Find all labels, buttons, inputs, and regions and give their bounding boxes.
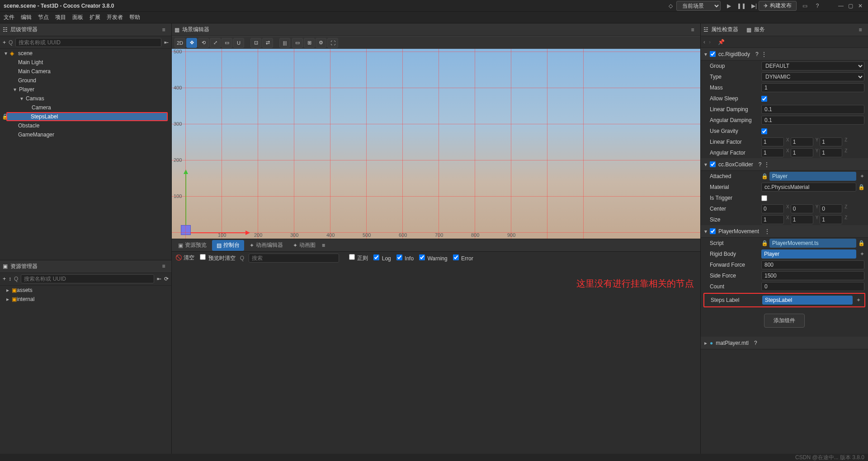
rigidbody-enabled[interactable] (710, 51, 716, 57)
lfz[interactable] (820, 137, 842, 146)
collapse-icon[interactable]: ⇤ (157, 276, 161, 282)
internal-folder[interactable]: ▸▣ internal (0, 295, 171, 304)
tree-main-camera[interactable]: Main Camera (0, 67, 171, 76)
tree-main-light[interactable]: Main Light (0, 58, 171, 67)
sz[interactable] (820, 215, 842, 224)
help-icon[interactable]: ? (759, 161, 762, 168)
menu-extension[interactable]: 扩展 (90, 14, 100, 21)
trigger-checkbox[interactable] (761, 195, 767, 201)
error-checkbox[interactable]: Error (452, 254, 473, 262)
group-select[interactable]: DEFAULT (761, 61, 864, 71)
type-select[interactable]: DYNAMIC (761, 72, 864, 81)
script-ref[interactable]: PlayerMovement.ts (769, 239, 856, 248)
info-checkbox[interactable]: Info (396, 254, 414, 262)
back-icon[interactable]: ‹ (703, 39, 705, 45)
console-search-input[interactable] (249, 254, 339, 263)
more-icon[interactable]: ⋮ (764, 161, 769, 168)
tree-obstacle[interactable]: Obstacle (0, 121, 171, 130)
help-icon[interactable]: ? (754, 340, 757, 346)
help-icon[interactable]: ? (755, 51, 759, 57)
tree-game-manager[interactable]: GameManager (0, 130, 171, 139)
playermovement-enabled[interactable] (710, 228, 716, 234)
rotate-tool[interactable]: ⟲ (198, 38, 209, 48)
regex-checkbox[interactable]: 正则 (348, 254, 368, 262)
boxcollider-header[interactable]: ▾ cc.BoxCollider ? ⋮ (701, 158, 868, 171)
add-node-button[interactable]: + (3, 39, 6, 46)
tree-ground[interactable]: Ground (0, 76, 171, 85)
cz[interactable] (820, 204, 842, 213)
water-drop-icon[interactable]: ◇ (669, 3, 673, 9)
align-tool[interactable]: ⊞ (304, 38, 315, 48)
menu-panel[interactable]: 面板 (72, 14, 83, 21)
matplayer-header[interactable]: ▸● matPlayer.mtl ? (701, 337, 868, 349)
gravity-checkbox[interactable] (761, 128, 767, 134)
build-publish-button[interactable]: ✈ 构建发布 (759, 1, 797, 11)
picker-icon[interactable]: ✦ (860, 173, 864, 179)
menu-icon[interactable]: ≡ (688, 25, 698, 34)
gear-icon[interactable]: ⚙ (316, 38, 326, 48)
menu-project[interactable]: 项目 (55, 14, 66, 21)
tab-asset-preview[interactable]: ▣ 资源预览 (174, 240, 211, 251)
tree-scene[interactable]: ▾◈scene (0, 49, 171, 58)
afz[interactable] (820, 148, 842, 157)
play-button[interactable]: ▶ (724, 1, 733, 10)
afx[interactable] (761, 148, 784, 157)
tab-console[interactable]: ▤ 控制台 (212, 240, 244, 251)
menu-file[interactable]: 文件 (4, 14, 14, 21)
collapse-icon[interactable]: ⇤ (164, 39, 169, 46)
ang-damp-input[interactable] (761, 116, 864, 125)
camera-tool[interactable]: ▭ (292, 38, 303, 48)
picker-icon[interactable]: ✦ (860, 251, 864, 257)
rigidbody-ref[interactable]: Player (761, 249, 856, 259)
close-icon[interactable]: ✕ (858, 3, 864, 9)
sx[interactable] (761, 215, 784, 224)
pause-button[interactable]: ❚❚ (737, 1, 746, 10)
picker-icon[interactable]: ✦ (856, 297, 861, 303)
2d-toggle[interactable]: 2D (175, 38, 185, 48)
magnet-tool[interactable]: U (233, 38, 244, 48)
minimize-icon[interactable]: — (838, 3, 844, 9)
tree-steps-label[interactable]: StepsLabel (6, 112, 168, 121)
sort-icon[interactable]: ↕ (9, 276, 11, 282)
tab-anim-editor[interactable]: ✦ 动画编辑器 (245, 240, 288, 251)
mass-input[interactable] (761, 83, 864, 92)
scene-selector[interactable]: 当前场景 (676, 1, 721, 11)
add-asset-button[interactable]: + (3, 276, 6, 282)
settings-tool[interactable]: ||| (279, 38, 290, 48)
scene-view[interactable]: 1002003004005006007008009001002003004005… (172, 49, 700, 239)
assets-folder[interactable]: ▸▣ assets (0, 286, 171, 295)
fullscreen-tool[interactable]: ⛶ (327, 38, 338, 48)
cy[interactable] (791, 204, 813, 213)
lin-damp-input[interactable] (761, 105, 864, 114)
boxcollider-enabled[interactable] (710, 161, 716, 167)
side-input[interactable] (761, 271, 864, 280)
more-icon[interactable]: ⋮ (764, 228, 770, 235)
tree-player[interactable]: ▾Player (0, 85, 171, 94)
playermovement-header[interactable]: ▾ PlayerMovement ⋮ (701, 225, 868, 238)
lfy[interactable] (791, 137, 813, 146)
fwd-input[interactable] (761, 260, 864, 269)
services-title[interactable]: 服务 (754, 26, 765, 33)
maximize-icon[interactable]: ▢ (848, 3, 854, 9)
sy[interactable] (791, 215, 813, 224)
attached-ref[interactable]: Player (769, 172, 856, 181)
menu-node[interactable]: 节点 (38, 14, 49, 21)
add-component-button[interactable]: 添加组件 (764, 314, 805, 328)
rigidbody-header[interactable]: ▾ cc.RigidBody ? ⋮ (701, 48, 868, 61)
material-ref[interactable]: cc.PhysicsMaterial (761, 183, 856, 192)
pin-icon[interactable]: 📌 (718, 39, 725, 45)
log-checkbox[interactable]: Log (373, 254, 391, 262)
forward-icon[interactable]: › (709, 39, 711, 45)
scale-tool[interactable]: ⤢ (210, 38, 221, 48)
steps-label-ref[interactable]: StepsLabel (762, 296, 853, 305)
assets-search-input[interactable] (21, 274, 154, 283)
menu-icon[interactable]: ≡ (159, 262, 169, 271)
step-button[interactable]: ▶| (750, 1, 759, 10)
menu-icon[interactable]: ≡ (322, 242, 325, 249)
refresh-icon[interactable]: ⟳ (164, 276, 169, 282)
afy[interactable] (791, 148, 813, 157)
lfx[interactable] (761, 137, 784, 146)
menu-developer[interactable]: 开发者 (107, 14, 123, 21)
allow-sleep-checkbox[interactable] (761, 96, 767, 102)
clear-button[interactable]: 🚫 清空 (175, 254, 194, 262)
